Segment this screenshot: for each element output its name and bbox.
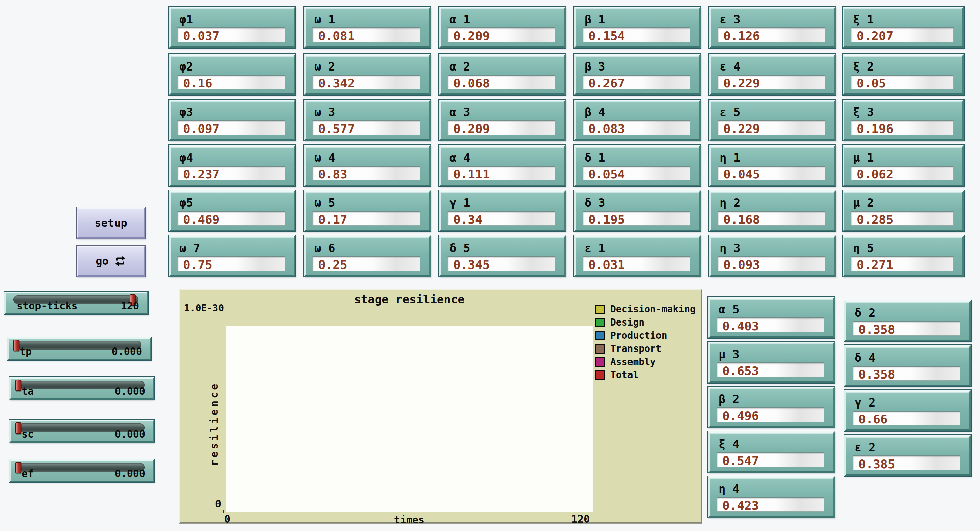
parameter-value-field[interactable]: 0.403 — [717, 317, 824, 332]
stop-ticks-slider[interactable]: stop-ticks 120 — [5, 292, 148, 314]
legend-item: Production — [595, 331, 696, 339]
parameter-value-field[interactable]: 0.093 — [718, 256, 825, 271]
parameter-value-field[interactable]: 0.209 — [447, 27, 555, 42]
parameter-value-field[interactable]: 0.237 — [177, 166, 285, 181]
slider-value: 0.000 — [115, 468, 145, 479]
parameter-value-field[interactable]: 0.031 — [582, 256, 690, 271]
parameter-value: 0.267 — [588, 76, 625, 90]
parameter-value-field[interactable]: 0.653 — [717, 362, 824, 377]
legend-label: Production — [610, 330, 667, 341]
parameter-value: 0.045 — [723, 167, 760, 181]
parameter-value-field[interactable]: 0.081 — [312, 27, 420, 42]
parameter-value-field[interactable]: 0.062 — [851, 166, 954, 181]
parameter-value-field[interactable]: 0.17 — [312, 211, 420, 226]
parameter-value-field[interactable]: 0.068 — [447, 74, 555, 89]
parameter-value: 0.403 — [722, 319, 759, 333]
parameter-value: 0.66 — [858, 412, 888, 426]
parameter-value: 0.17 — [318, 212, 347, 227]
parameter-input-box: η 1 0.045 — [709, 145, 836, 186]
parameter-value-field[interactable]: 0.168 — [718, 211, 825, 226]
setup-button[interactable]: setup — [76, 208, 145, 238]
parameter-value-field[interactable]: 0.16 — [177, 74, 285, 89]
slider-value: 0.000 — [115, 385, 145, 397]
stage-resilience-plot: stage resilience 1.0E-30 resilience 0 0 … — [179, 290, 702, 523]
parameter-input-box: η 2 0.168 — [709, 190, 836, 231]
sc-slider[interactable]: sc 0.000 — [10, 420, 154, 442]
parameter-value: 0.469 — [183, 212, 220, 227]
ef-slider[interactable]: ef 0.000 — [10, 460, 154, 482]
parameter-label: η 2 — [720, 196, 740, 209]
parameter-value-field[interactable]: 0.097 — [177, 120, 285, 135]
parameter-value-field[interactable]: 0.83 — [312, 166, 420, 181]
parameter-value-field[interactable]: 0.75 — [177, 256, 285, 271]
parameter-value-field[interactable]: 0.469 — [177, 211, 285, 226]
parameter-value-field[interactable]: 0.496 — [717, 407, 824, 422]
parameter-value-field[interactable]: 0.577 — [312, 120, 420, 135]
legend-label: Assembly — [610, 356, 656, 368]
parameter-label: δ 3 — [585, 196, 605, 209]
y-axis-label: resilience — [208, 338, 220, 510]
parameter-input-box: ω 6 0.25 — [304, 236, 431, 277]
slider-handle[interactable] — [13, 340, 19, 351]
parameter-value-field[interactable]: 0.209 — [447, 120, 555, 135]
parameter-value-field[interactable]: 0.358 — [853, 321, 961, 336]
tp-slider[interactable]: tp 0.000 — [8, 338, 151, 360]
parameter-value-field[interactable]: 0.385 — [853, 455, 961, 470]
slider-handle[interactable] — [15, 379, 21, 391]
parameter-label: δ 2 — [855, 306, 875, 320]
netlogo-interface: φ1 0.037 ω 1 0.081 α 1 0.209 β 1 — [0, 0, 980, 531]
parameter-label: ω 2 — [314, 60, 335, 73]
parameter-input-box: ε 3 0.126 — [709, 7, 836, 48]
parameter-value-field[interactable]: 0.547 — [717, 452, 824, 467]
parameter-input-box: η 3 0.093 — [709, 236, 836, 277]
parameter-input-box: ε 4 0.229 — [709, 54, 836, 95]
parameter-label: ε 3 — [720, 13, 740, 26]
slider-handle[interactable] — [15, 462, 21, 473]
slider-label: sc — [22, 428, 34, 440]
parameter-label: ω 1 — [314, 13, 335, 26]
plot-area — [226, 325, 593, 512]
parameter-value: 0.209 — [453, 29, 490, 43]
parameter-value-field[interactable]: 0.037 — [177, 27, 285, 42]
parameter-label: ω 7 — [179, 241, 200, 255]
parameter-value: 0.496 — [722, 409, 759, 423]
parameter-value-field[interactable]: 0.154 — [582, 27, 690, 42]
legend-color-chip — [595, 371, 605, 380]
parameter-value-field[interactable]: 0.111 — [447, 166, 555, 181]
parameter-input-box: α 1 0.209 — [439, 7, 566, 48]
parameter-value-field[interactable]: 0.267 — [582, 74, 690, 89]
parameter-value-field[interactable]: 0.345 — [447, 256, 555, 271]
parameter-value-field[interactable]: 0.083 — [582, 120, 690, 135]
parameter-input-box: β 3 0.267 — [574, 54, 701, 95]
parameter-value-field[interactable]: 0.054 — [582, 166, 690, 181]
parameter-value-field[interactable]: 0.358 — [853, 366, 961, 380]
parameter-value-field[interactable]: 0.229 — [718, 74, 825, 89]
parameter-value-field[interactable]: 0.423 — [717, 497, 824, 512]
slider-handle[interactable] — [15, 422, 21, 434]
parameter-value-field[interactable]: 0.207 — [851, 27, 954, 42]
parameter-value-field[interactable]: 0.126 — [718, 27, 825, 42]
parameter-input-box: μ 3 0.653 — [708, 342, 835, 383]
parameter-value-field[interactable]: 0.34 — [447, 211, 555, 226]
parameter-value-field[interactable]: 0.342 — [312, 74, 420, 89]
parameter-value-field[interactable]: 0.195 — [582, 211, 690, 226]
legend-item: Design — [595, 319, 696, 326]
legend-item: Transport — [595, 345, 696, 352]
parameter-value-field[interactable]: 0.045 — [718, 166, 825, 181]
parameter-value-field[interactable]: 0.05 — [851, 74, 954, 89]
parameter-label: ε 1 — [585, 241, 605, 255]
parameter-value: 0.345 — [453, 258, 490, 271]
ta-slider[interactable]: ta 0.000 — [10, 377, 154, 400]
parameter-value-field[interactable]: 0.66 — [853, 411, 961, 425]
parameter-value-field[interactable]: 0.285 — [851, 211, 954, 226]
parameter-label: ε 4 — [720, 60, 740, 73]
parameter-value-field[interactable]: 0.229 — [718, 120, 825, 135]
parameter-value-field[interactable]: 0.25 — [312, 256, 420, 271]
parameter-value-field[interactable]: 0.271 — [851, 256, 954, 271]
parameter-value-field[interactable]: 0.196 — [851, 120, 954, 135]
parameter-label: β 1 — [585, 13, 605, 26]
parameter-input-box: α 5 0.403 — [708, 297, 835, 338]
go-button[interactable]: go — [76, 246, 145, 277]
parameter-value: 0.068 — [453, 76, 490, 90]
legend-item: Decision-making — [595, 305, 696, 313]
